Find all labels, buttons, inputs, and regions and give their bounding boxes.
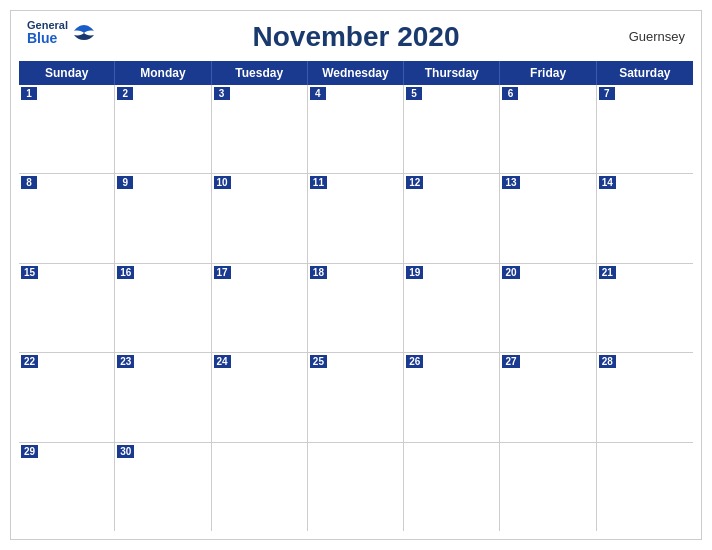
empty-cell (404, 443, 500, 531)
logo-text: General Blue (27, 19, 68, 46)
day-cell-2: 2 (115, 85, 211, 173)
day-cell-9: 9 (115, 174, 211, 262)
day-number-26: 26 (406, 355, 423, 368)
day-cell-27: 27 (500, 353, 596, 441)
day-number-19: 19 (406, 266, 423, 279)
day-number-29: 29 (21, 445, 38, 458)
day-cell-12: 12 (404, 174, 500, 262)
day-header-sunday: Sunday (19, 61, 115, 85)
day-cell-14: 14 (597, 174, 693, 262)
day-cell-5: 5 (404, 85, 500, 173)
empty-cell (500, 443, 596, 531)
day-cell-29: 29 (19, 443, 115, 531)
day-number-24: 24 (214, 355, 231, 368)
day-number-2: 2 (117, 87, 133, 100)
week-row-4: 2930 (19, 443, 693, 531)
day-cell-13: 13 (500, 174, 596, 262)
empty-cell (597, 443, 693, 531)
day-cell-4: 4 (308, 85, 404, 173)
day-header-friday: Friday (500, 61, 596, 85)
day-number-7: 7 (599, 87, 615, 100)
week-row-2: 15161718192021 (19, 264, 693, 353)
day-cell-11: 11 (308, 174, 404, 262)
day-cell-22: 22 (19, 353, 115, 441)
empty-cell (212, 443, 308, 531)
day-cell-28: 28 (597, 353, 693, 441)
day-number-21: 21 (599, 266, 616, 279)
day-number-5: 5 (406, 87, 422, 100)
day-cell-30: 30 (115, 443, 211, 531)
day-headers: SundayMondayTuesdayWednesdayThursdayFrid… (19, 61, 693, 85)
day-number-20: 20 (502, 266, 519, 279)
logo: General Blue (27, 19, 98, 46)
day-number-30: 30 (117, 445, 134, 458)
day-number-11: 11 (310, 176, 327, 189)
day-cell-6: 6 (500, 85, 596, 173)
day-cell-20: 20 (500, 264, 596, 352)
day-header-tuesday: Tuesday (212, 61, 308, 85)
day-number-4: 4 (310, 87, 326, 100)
day-header-wednesday: Wednesday (308, 61, 404, 85)
day-number-23: 23 (117, 355, 134, 368)
day-number-13: 13 (502, 176, 519, 189)
calendar-header: General Blue November 2020 Guernsey (11, 11, 701, 57)
day-number-15: 15 (21, 266, 38, 279)
country-label: Guernsey (629, 29, 685, 44)
day-number-6: 6 (502, 87, 518, 100)
logo-blue: Blue (27, 31, 68, 46)
day-cell-18: 18 (308, 264, 404, 352)
calendar-grid: SundayMondayTuesdayWednesdayThursdayFrid… (19, 61, 693, 531)
day-cell-25: 25 (308, 353, 404, 441)
day-number-18: 18 (310, 266, 327, 279)
day-header-saturday: Saturday (597, 61, 693, 85)
day-number-22: 22 (21, 355, 38, 368)
day-number-16: 16 (117, 266, 134, 279)
day-cell-23: 23 (115, 353, 211, 441)
week-row-0: 1234567 (19, 85, 693, 174)
weeks-container: 1234567891011121314151617181920212223242… (19, 85, 693, 531)
logo-bird-icon (70, 23, 98, 43)
day-header-monday: Monday (115, 61, 211, 85)
week-row-3: 22232425262728 (19, 353, 693, 442)
empty-cell (308, 443, 404, 531)
day-cell-17: 17 (212, 264, 308, 352)
calendar: General Blue November 2020 Guernsey Sund… (10, 10, 702, 540)
day-number-25: 25 (310, 355, 327, 368)
day-number-14: 14 (599, 176, 616, 189)
day-cell-1: 1 (19, 85, 115, 173)
day-cell-7: 7 (597, 85, 693, 173)
day-number-10: 10 (214, 176, 231, 189)
day-cell-15: 15 (19, 264, 115, 352)
day-cell-21: 21 (597, 264, 693, 352)
day-number-8: 8 (21, 176, 37, 189)
week-row-1: 891011121314 (19, 174, 693, 263)
day-cell-24: 24 (212, 353, 308, 441)
day-cell-8: 8 (19, 174, 115, 262)
day-number-28: 28 (599, 355, 616, 368)
day-cell-3: 3 (212, 85, 308, 173)
day-number-17: 17 (214, 266, 231, 279)
day-number-9: 9 (117, 176, 133, 189)
day-number-3: 3 (214, 87, 230, 100)
day-number-12: 12 (406, 176, 423, 189)
day-header-thursday: Thursday (404, 61, 500, 85)
day-number-1: 1 (21, 87, 37, 100)
day-cell-16: 16 (115, 264, 211, 352)
day-cell-10: 10 (212, 174, 308, 262)
day-cell-19: 19 (404, 264, 500, 352)
day-cell-26: 26 (404, 353, 500, 441)
day-number-27: 27 (502, 355, 519, 368)
month-title: November 2020 (252, 21, 459, 53)
